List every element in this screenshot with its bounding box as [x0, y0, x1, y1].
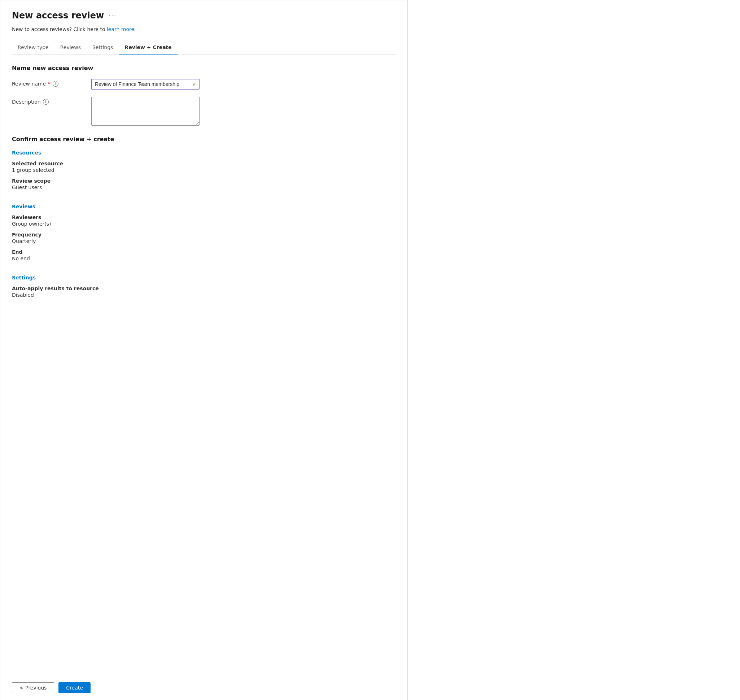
tabs: Review type Reviews Settings Review + Cr…: [12, 41, 396, 54]
divider-2: [12, 268, 396, 268]
description-textarea[interactable]: [91, 97, 200, 126]
auto-apply-value: Disabled: [12, 292, 396, 298]
confirm-section-title: Confirm access review + create: [12, 136, 396, 143]
create-button[interactable]: Create: [59, 682, 91, 693]
selected-resource-label: Selected resource: [12, 161, 396, 166]
more-options-icon[interactable]: ···: [108, 12, 116, 19]
check-icon: ✓: [192, 81, 197, 87]
divider-1: [12, 197, 396, 197]
auto-apply-field: Auto-apply results to resource Disabled: [12, 285, 396, 298]
review-name-label-text: Review name: [12, 81, 46, 87]
review-name-input-wrapper: ✓: [91, 79, 200, 90]
description-group: Description i: [12, 97, 396, 126]
selected-resource-field: Selected resource 1 group selected: [12, 161, 396, 173]
review-name-label: Review name * i: [12, 79, 91, 87]
tab-settings[interactable]: Settings: [87, 41, 119, 54]
selected-resource-value: 1 group selected: [12, 167, 396, 173]
review-scope-field: Review scope Guest users: [12, 178, 396, 190]
review-name-group: Review name * i ✓: [12, 79, 396, 90]
info-bar: New to access reviews? Click here to lea…: [12, 26, 396, 32]
settings-heading: Settings: [12, 275, 396, 281]
description-label-text: Description: [12, 99, 41, 105]
frequency-label: Frequency: [12, 232, 396, 238]
learn-more-link[interactable]: learn more.: [107, 26, 136, 32]
confirm-section: Confirm access review + create Resources…: [12, 136, 396, 298]
end-label: End: [12, 249, 396, 255]
tab-reviews[interactable]: Reviews: [54, 41, 87, 54]
page-container: New access review ··· New to access revi…: [0, 0, 407, 700]
main-content: New access review ··· New to access revi…: [0, 0, 407, 675]
name-section-title: Name new access review: [12, 65, 396, 72]
required-star: *: [48, 81, 50, 87]
auto-apply-label: Auto-apply results to resource: [12, 285, 396, 291]
review-name-info-icon[interactable]: i: [53, 81, 59, 87]
tab-review-create[interactable]: Review + Create: [119, 41, 177, 54]
reviewers-label: Reviewers: [12, 215, 396, 220]
description-label: Description i: [12, 97, 91, 105]
review-name-input[interactable]: [91, 79, 200, 90]
resources-heading: Resources: [12, 150, 396, 156]
reviewers-value: Group owner(s): [12, 221, 396, 227]
end-field: End No end: [12, 249, 396, 261]
end-value: No end: [12, 256, 396, 261]
info-text: New to access reviews? Click here to: [12, 26, 105, 32]
page-title: New access review: [12, 10, 104, 21]
description-info-icon[interactable]: i: [43, 99, 49, 105]
name-section: Name new access review Review name * i ✓…: [12, 65, 396, 126]
page-header: New access review ···: [12, 10, 396, 21]
footer: < Previous Create: [0, 675, 407, 700]
frequency-field: Frequency Quarterly: [12, 232, 396, 244]
review-scope-label: Review scope: [12, 178, 396, 184]
frequency-value: Quarterly: [12, 238, 396, 244]
tab-review-type[interactable]: Review type: [12, 41, 54, 54]
reviews-heading: Reviews: [12, 204, 396, 209]
reviewers-field: Reviewers Group owner(s): [12, 215, 396, 227]
review-scope-value: Guest users: [12, 184, 396, 190]
previous-button[interactable]: < Previous: [12, 682, 54, 693]
